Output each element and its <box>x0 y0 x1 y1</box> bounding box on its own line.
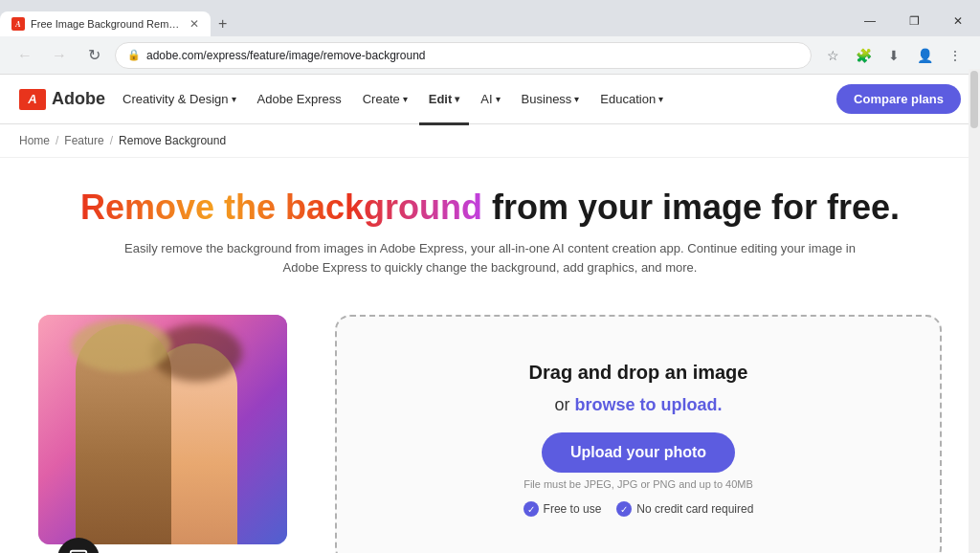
drag-title: Drag and drop an image <box>529 362 748 384</box>
upload-button[interactable]: Upload your photo <box>542 432 735 473</box>
tab-title: Free Image Background Remo... <box>31 18 180 30</box>
page-title: Remove the background from your image fo… <box>19 187 961 228</box>
tab-close-button[interactable]: ✕ <box>189 17 199 31</box>
new-tab-button[interactable]: + <box>211 11 234 36</box>
active-indicator <box>419 122 470 124</box>
address-bar[interactable]: 🔒 adobe.com/express/feature/image/remove… <box>115 42 812 69</box>
svg-text:A: A <box>14 20 21 29</box>
or-text: or <box>554 395 574 414</box>
adobe-red-icon: A <box>19 89 46 110</box>
checkmark-icon: ✓ <box>616 501 632 517</box>
nav-item-express[interactable]: Adobe Express <box>248 86 351 112</box>
main-image <box>38 315 287 544</box>
adobe-nav: A Adobe Creativity & Design ▾ Adobe Expr… <box>0 75 980 124</box>
upload-badges: ✓ Free to use ✓ No credit card required <box>523 501 754 517</box>
minimize-button[interactable]: — <box>848 6 892 36</box>
nav-item-ai[interactable]: AI ▾ <box>471 86 509 112</box>
upload-drag-text: Drag and drop an image <box>529 362 748 383</box>
chevron-down-icon: ▾ <box>658 94 663 104</box>
download-button[interactable]: ⬇ <box>880 42 907 69</box>
upload-dropzone[interactable]: Drag and drop an image or browse to uplo… <box>335 315 942 553</box>
hero-section: Remove the background from your image fo… <box>0 158 980 296</box>
hair-detail-2 <box>71 320 171 372</box>
main-content: Drag and drop an image or browse to uplo… <box>0 296 980 553</box>
window-controls: — ❐ ✕ <box>848 6 980 36</box>
nav-item-education[interactable]: Education ▾ <box>590 86 673 112</box>
adobe-wordmark: Adobe <box>52 89 105 109</box>
nav-item-create[interactable]: Create ▾ <box>353 86 417 112</box>
chevron-down-icon: ▾ <box>232 94 236 104</box>
no-cc-badge: ✓ No credit card required <box>616 501 753 517</box>
chevron-down-icon: ▾ <box>455 94 459 104</box>
url-text: adobe.com/express/feature/image/remove-b… <box>146 49 426 62</box>
scrollbar-thumb <box>970 71 978 128</box>
browse-link[interactable]: browse to upload. <box>575 395 723 414</box>
forward-button[interactable]: → <box>46 42 73 69</box>
breadcrumb-home[interactable]: Home <box>19 134 50 147</box>
breadcrumb-current: Remove Background <box>119 134 226 147</box>
image-showcase <box>38 315 306 553</box>
maximize-button[interactable]: ❐ <box>892 6 936 36</box>
browser-tab[interactable]: A Free Image Background Remo... ✕ <box>0 11 211 36</box>
menu-button[interactable]: ⋮ <box>942 42 969 69</box>
upload-area: Drag and drop an image or browse to uplo… <box>335 315 942 553</box>
upload-or-browse: or browse to upload. <box>554 395 722 415</box>
tab-favicon: A <box>11 17 25 31</box>
nav-items: Creativity & Design ▾ Adobe Express Crea… <box>113 86 836 112</box>
hero-subtitle: Easily remove the background from images… <box>117 239 863 276</box>
breadcrumb: Home / Feature / Remove Background <box>0 124 980 158</box>
upload-file-note: File must be JPEG, JPG or PNG and up to … <box>523 478 753 490</box>
secure-icon: 🔒 <box>127 49 141 61</box>
back-button[interactable]: ← <box>11 42 38 69</box>
nav-item-creativity[interactable]: Creativity & Design ▾ <box>113 86 246 112</box>
chevron-down-icon: ▾ <box>403 94 408 104</box>
nav-item-business[interactable]: Business ▾ <box>512 86 590 112</box>
chevron-down-icon: ▾ <box>496 94 501 104</box>
chevron-down-icon: ▾ <box>574 94 579 104</box>
breadcrumb-sep: / <box>56 134 58 147</box>
profile-button[interactable]: 👤 <box>911 42 938 69</box>
scrollbar[interactable] <box>969 69 980 553</box>
adobe-logo: A Adobe <box>19 89 105 110</box>
refresh-button[interactable]: ↻ <box>80 42 107 69</box>
close-button[interactable]: ✕ <box>936 6 980 36</box>
badge-cc-text: No credit card required <box>636 502 753 516</box>
nav-item-edit[interactable]: Edit ▾ <box>419 86 470 112</box>
checkmark-icon: ✓ <box>523 501 539 517</box>
extensions-button[interactable]: 🧩 <box>850 42 877 69</box>
free-to-use-badge: ✓ Free to use <box>523 501 602 517</box>
breadcrumb-feature[interactable]: Feature <box>64 134 103 147</box>
page-content: A Adobe Creativity & Design ▾ Adobe Expr… <box>0 75 980 553</box>
badge-free-text: Free to use <box>544 502 602 516</box>
bookmark-button[interactable]: ☆ <box>819 42 846 69</box>
compare-plans-button[interactable]: Compare plans <box>836 84 961 114</box>
breadcrumb-sep: / <box>110 134 113 147</box>
hero-gradient-text: Remove the background <box>80 188 482 227</box>
